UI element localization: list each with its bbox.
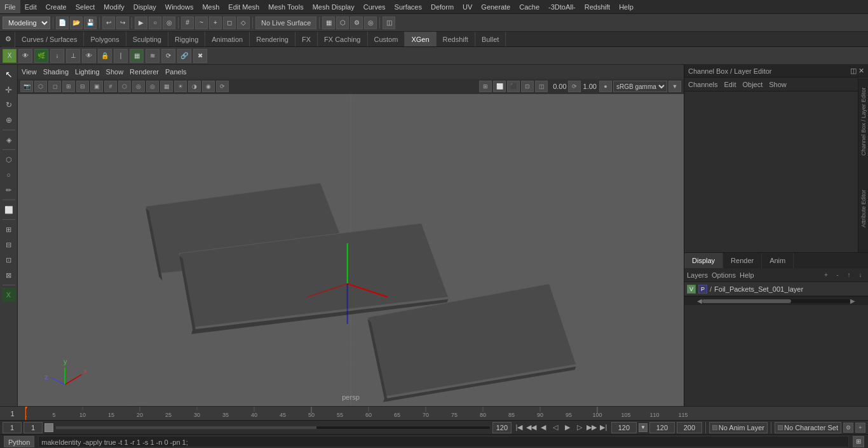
right-panel-close[interactable]: ✕ — [858, 67, 864, 75]
vp-x-ray[interactable]: ◎ — [146, 81, 159, 92]
xgen-tool-10[interactable]: ≋ — [146, 49, 159, 63]
menu-windows[interactable]: Windows — [161, 0, 198, 13]
viewport-menu-panels[interactable]: Panels — [165, 68, 187, 76]
tab-xgen[interactable]: XGen — [405, 32, 436, 46]
vp-snap-2[interactable]: ⊟ — [76, 81, 89, 92]
menu-mesh-display[interactable]: Mesh Display — [308, 0, 359, 13]
python-tab[interactable]: Python — [4, 436, 34, 447]
range-end-val-input[interactable] — [649, 422, 675, 433]
vp-refresh[interactable]: ⟳ — [216, 81, 229, 92]
menu-3dtall[interactable]: -3DtoAll- — [544, 0, 580, 13]
vp-smooth[interactable]: ◎ — [132, 81, 145, 92]
object-menu[interactable]: Object — [742, 81, 763, 88]
menu-redshift[interactable]: Redshift — [580, 0, 614, 13]
scroll-right[interactable]: ▶ — [850, 297, 855, 304]
menu-mesh-tools[interactable]: Mesh Tools — [264, 0, 308, 13]
play-back-button[interactable]: ◁ — [550, 422, 561, 433]
viewport-menu-shading[interactable]: Shading — [43, 68, 69, 76]
render-settings[interactable]: ⚙ — [350, 17, 363, 29]
tab-custom[interactable]: Custom — [368, 32, 405, 46]
viewport-canvas[interactable]: x y z persp — [18, 94, 684, 406]
range-start-input[interactable] — [3, 422, 22, 433]
tab-rendering[interactable]: Rendering — [250, 32, 295, 46]
tab-animation[interactable]: Animation — [205, 32, 250, 46]
menu-modify[interactable]: Modify — [99, 0, 128, 13]
vp-ao[interactable]: ◉ — [202, 81, 215, 92]
vp-snap-to-cam[interactable]: ⊡ — [521, 81, 534, 92]
options-menu[interactable]: Options — [712, 271, 736, 279]
layers-menu[interactable]: Layers — [687, 271, 708, 279]
xgen-tool-4[interactable]: ↓ — [50, 49, 64, 63]
go-end-button[interactable]: ▶| — [598, 422, 609, 433]
vp-persp[interactable]: ◻ — [48, 81, 61, 92]
select-tool[interactable]: ▶ — [135, 17, 147, 29]
attribute-editor-side-label[interactable]: Attribute Editor — [858, 165, 869, 252]
xgen-tool-7[interactable]: 🔒 — [98, 49, 112, 63]
vp-light[interactable]: ☀ — [174, 81, 187, 92]
menu-edit-mesh[interactable]: Edit Mesh — [224, 0, 264, 13]
go-start-button[interactable]: |◀ — [513, 422, 525, 433]
scrollbar-track[interactable] — [702, 299, 850, 303]
viewport-menu-lighting[interactable]: Lighting — [75, 68, 100, 76]
menu-generate[interactable]: Generate — [477, 0, 515, 13]
layer-visibility[interactable]: V — [687, 285, 696, 294]
frame-current-input[interactable] — [24, 422, 43, 433]
scale-tool[interactable]: ⊕ — [2, 113, 16, 127]
layer-delete[interactable]: - — [832, 270, 843, 280]
vp-tex[interactable]: ▦ — [160, 81, 173, 92]
snap-view[interactable]: ◻ — [223, 17, 236, 29]
layer-up[interactable]: ↑ — [844, 270, 854, 280]
right-panel-collapse[interactable]: ◫ — [850, 67, 857, 75]
xgen-tool-9[interactable]: ▦ — [130, 49, 144, 63]
show-manip-3[interactable]: ⊡ — [2, 253, 16, 267]
menu-cache[interactable]: Cache — [515, 0, 544, 13]
render-current[interactable]: ▦ — [322, 17, 335, 29]
show-manip[interactable]: ⊞ — [2, 222, 16, 236]
menu-uv[interactable]: UV — [458, 0, 477, 13]
range-end-input[interactable] — [492, 422, 512, 433]
layer-new[interactable]: + — [821, 270, 831, 280]
xgen-tool-6[interactable]: 👁 — [82, 49, 96, 63]
layer-down[interactable]: ↓ — [855, 270, 865, 280]
vp-grid[interactable]: # — [104, 81, 117, 92]
xgen-tool-3[interactable]: 🌿 — [34, 49, 48, 63]
tab-bullet[interactable]: Bullet — [475, 32, 506, 46]
snap-curve[interactable]: ~ — [195, 17, 208, 29]
channel-box-side-label[interactable]: Channel Box / Layer Editor — [858, 78, 869, 165]
tab-fx[interactable]: FX — [295, 32, 318, 46]
frame-end-toggle[interactable]: ▼ — [639, 423, 648, 432]
show-menu[interactable]: Show — [769, 81, 787, 88]
tab-render[interactable]: Render — [723, 253, 762, 268]
viewport-menu-view[interactable]: View — [22, 68, 37, 76]
move-tool[interactable]: ✛ — [2, 83, 16, 97]
marquee-select[interactable]: ⬜ — [2, 203, 16, 217]
snap-grid[interactable]: # — [181, 17, 194, 29]
vp-shadow[interactable]: ◑ — [188, 81, 201, 92]
xgen-tool-12[interactable]: 🔗 — [177, 49, 191, 63]
lasso-tool[interactable]: ○ — [149, 17, 161, 29]
new-scene-button[interactable]: 📄 — [56, 17, 69, 29]
viewport-menu-show[interactable]: Show — [106, 68, 124, 76]
play-fwd-button[interactable]: ▶ — [562, 422, 573, 433]
xgen-tool-2[interactable]: 👁 — [18, 49, 32, 63]
xgen-tool-13[interactable]: ✖ — [193, 49, 207, 63]
edit-menu[interactable]: Edit — [724, 81, 736, 88]
tab-rigging[interactable]: Rigging — [168, 32, 205, 46]
tab-curves-surfaces[interactable]: Curves / Surfaces — [15, 32, 84, 46]
viewport-menu-renderer[interactable]: Renderer — [130, 68, 159, 76]
menu-help[interactable]: Help — [614, 0, 638, 13]
rotate-tool[interactable]: ↻ — [2, 98, 16, 112]
workspace-dropdown[interactable]: Modeling — [3, 17, 50, 29]
ipr-render[interactable]: ⬡ — [336, 17, 349, 29]
menu-edit[interactable]: Edit — [20, 0, 41, 13]
menu-file[interactable]: File — [0, 0, 20, 13]
redo-button[interactable]: ↪ — [116, 17, 129, 29]
paint-tool[interactable]: ✏ — [2, 183, 16, 197]
tab-redshift[interactable]: Redshift — [437, 32, 475, 46]
frame-range-end-input[interactable] — [611, 422, 637, 433]
snap-point[interactable]: + — [209, 17, 222, 29]
menu-mesh[interactable]: Mesh — [198, 0, 224, 13]
viewport[interactable]: View Shading Lighting Show Renderer Pane… — [18, 65, 684, 406]
xgen-tool-8[interactable]: | — [114, 49, 128, 63]
menu-create[interactable]: Create — [41, 0, 71, 13]
